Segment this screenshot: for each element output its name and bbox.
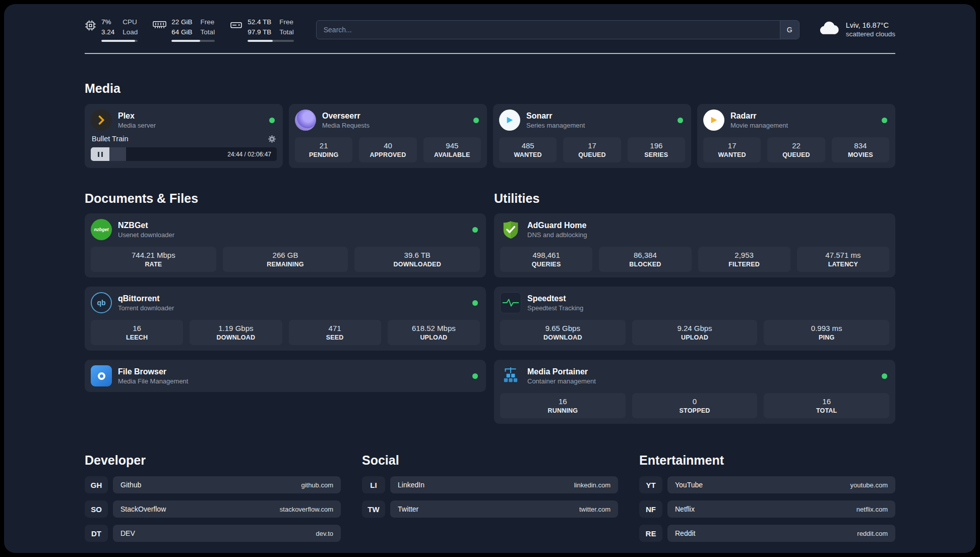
- bookmark-name: Reddit: [675, 529, 695, 537]
- plex-icon: [91, 109, 112, 131]
- stat-label: TOTAL: [766, 407, 887, 414]
- app-name: NZBGet: [118, 221, 466, 230]
- stat-label: FILTERED: [700, 261, 788, 268]
- stat-value: 39.6 TB: [356, 251, 478, 259]
- app-subtitle: Torrent downloader: [118, 304, 466, 312]
- app-name: Media Portainer: [527, 367, 876, 376]
- cpu-progress-fill: [101, 40, 135, 42]
- bookmark-twitter[interactable]: TW Twitter twitter.com: [362, 500, 618, 518]
- cpu-metric-body: 7% CPU 3.24 Load: [101, 17, 138, 42]
- stat-label: AVAILABLE: [425, 151, 479, 158]
- stat-seed: 471 SEED: [289, 320, 381, 345]
- now-playing-title: Bullet Train: [92, 135, 129, 143]
- bookmark-dev[interactable]: DT DEV dev.to: [85, 525, 341, 542]
- stat-approved: 40 APPROVED: [359, 137, 416, 162]
- plex-now-playing: Bullet Train: [91, 135, 277, 161]
- sonarr-icon: [499, 109, 520, 131]
- gear-icon[interactable]: [268, 135, 276, 143]
- portainer-icon: [500, 365, 521, 386]
- app-card-portainer[interactable]: Media Portainer Container management 16 …: [494, 360, 895, 424]
- bookmark-group-social: Social LI LinkedIn linkedin.com TW Twitt…: [362, 453, 618, 549]
- stat-value: 834: [834, 141, 887, 150]
- bookmark-url: youtube.com: [850, 481, 888, 489]
- app-card-overseerr[interactable]: Overseerr Media Requests 21 PENDING 40 A…: [289, 104, 487, 168]
- stat-label: PENDING: [297, 151, 350, 158]
- player-progress-bar[interactable]: 24:44 / 02:06:47: [91, 147, 277, 161]
- bookmark-url: stackoverflow.com: [280, 506, 333, 513]
- bookmark-netflix[interactable]: NF Netflix netflix.com: [639, 500, 895, 518]
- bookmark-name: DEV: [120, 529, 135, 537]
- stat-ping: 0.993 ms PING: [764, 320, 889, 345]
- stats-row: 744.21 Mbps RATE 266 GB REMAINING 39.6 T…: [91, 247, 480, 272]
- weather-condition: scattered clouds: [846, 30, 895, 38]
- stat-label: RUNNING: [502, 407, 624, 414]
- app-card-filebrowser[interactable]: File Browser Media File Management: [85, 360, 486, 392]
- bookmark-bar: LinkedIn linkedin.com: [390, 476, 618, 493]
- ram-metric: 22 GiB Free 64 GiB Total: [153, 17, 215, 42]
- stat-blocked: 86,384 BLOCKED: [599, 247, 691, 272]
- nzbget-icon: nzbget: [91, 219, 112, 240]
- card-header: File Browser Media File Management: [91, 365, 480, 386]
- middle-section: Documents & Files nzbget NZBGet Usenet d…: [85, 191, 895, 424]
- bookmark-abbr: NF: [639, 500, 662, 518]
- bookmark-group-developer: Developer GH Github github.com SO StackO…: [85, 453, 341, 549]
- bookmark-bar: DEV dev.to: [113, 525, 341, 542]
- stat-value: 498,461: [502, 251, 590, 259]
- stat-label: APPROVED: [361, 151, 414, 158]
- bookmark-stackoverflow[interactable]: SO StackOverflow stackoverflow.com: [85, 500, 341, 518]
- app-card-nzbget[interactable]: nzbget NZBGet Usenet downloader 744.21 M…: [85, 213, 486, 277]
- stat-available: 945 AVAILABLE: [423, 137, 481, 162]
- stat-rate: 744.21 Mbps RATE: [91, 247, 216, 272]
- stat-filtered: 2,953 FILTERED: [698, 247, 790, 272]
- stat-label: BLOCKED: [601, 261, 689, 268]
- stat-label: WANTED: [705, 151, 759, 158]
- app-name: qBittorrent: [118, 294, 466, 303]
- stat-label: LATENCY: [799, 261, 887, 268]
- overseerr-icon: [295, 109, 316, 131]
- stat-value: 16: [93, 324, 181, 332]
- app-card-sonarr[interactable]: Sonarr Series management 485 WANTED 17 Q…: [493, 104, 691, 168]
- app-texts: NZBGet Usenet downloader: [118, 221, 466, 239]
- bookmark-bar: Twitter twitter.com: [390, 500, 618, 518]
- cpu-metric: 7% CPU 3.24 Load: [85, 17, 138, 42]
- app-name: Sonarr: [526, 112, 671, 121]
- status-dot: [269, 118, 275, 123]
- bookmark-name: Netflix: [675, 505, 695, 513]
- app-subtitle: Container management: [527, 377, 876, 385]
- utilities-cards: AdGuard Home DNS and adblocking 498,461 …: [494, 213, 895, 424]
- stat-label: SERIES: [630, 151, 683, 158]
- stat-label: REMAINING: [225, 261, 346, 268]
- app-subtitle: Usenet downloader: [118, 231, 466, 239]
- bookmark-name: YouTube: [675, 481, 703, 489]
- disk-label-1: Free: [279, 17, 294, 27]
- stat-value: 945: [425, 141, 479, 150]
- search-engine-button[interactable]: G: [780, 21, 799, 39]
- card-header: nzbget NZBGet Usenet downloader: [91, 219, 480, 240]
- disk-metric-body: 52.4 TB Free 97.9 TB Total: [248, 17, 294, 42]
- app-card-speedtest[interactable]: Speedtest Speedtest Tracking 9.65 Gbps D…: [494, 287, 895, 351]
- search-input[interactable]: [317, 21, 780, 39]
- ram-progress-fill: [171, 40, 200, 42]
- bookmark-name: Twitter: [398, 505, 418, 513]
- ram-free-value: 22 GiB: [171, 17, 192, 27]
- stat-label: LEECH: [93, 334, 181, 341]
- app-card-radarr[interactable]: Radarr Movie management 17 WANTED 22 QUE…: [697, 104, 895, 168]
- bookmark-youtube[interactable]: YT YouTube youtube.com: [639, 476, 895, 493]
- card-header: Radarr Movie management: [703, 109, 889, 131]
- cpu-usage-value: 7%: [101, 17, 114, 27]
- app-card-plex[interactable]: Plex Media server Bullet Train: [85, 104, 283, 168]
- bookmark-github[interactable]: GH Github github.com: [85, 476, 341, 493]
- stat-value: 22: [769, 141, 823, 150]
- card-header: Sonarr Series management: [499, 109, 685, 131]
- app-card-adguard[interactable]: AdGuard Home DNS and adblocking 498,461 …: [494, 213, 895, 277]
- status-dot: [472, 373, 478, 379]
- top-bar: 7% CPU 3.24 Load 22 GiB: [85, 17, 895, 42]
- app-name: Radarr: [730, 112, 876, 121]
- bookmark-reddit[interactable]: RE Reddit reddit.com: [639, 525, 895, 542]
- ram-label-2: Total: [201, 27, 215, 37]
- pause-button[interactable]: [91, 147, 109, 161]
- bookmark-linkedin[interactable]: LI LinkedIn linkedin.com: [362, 476, 618, 493]
- stat-value: 266 GB: [225, 251, 346, 259]
- stat-label: SEED: [291, 334, 379, 341]
- app-card-qbittorrent[interactable]: qb qBittorrent Torrent downloader 16 LEE…: [85, 287, 486, 351]
